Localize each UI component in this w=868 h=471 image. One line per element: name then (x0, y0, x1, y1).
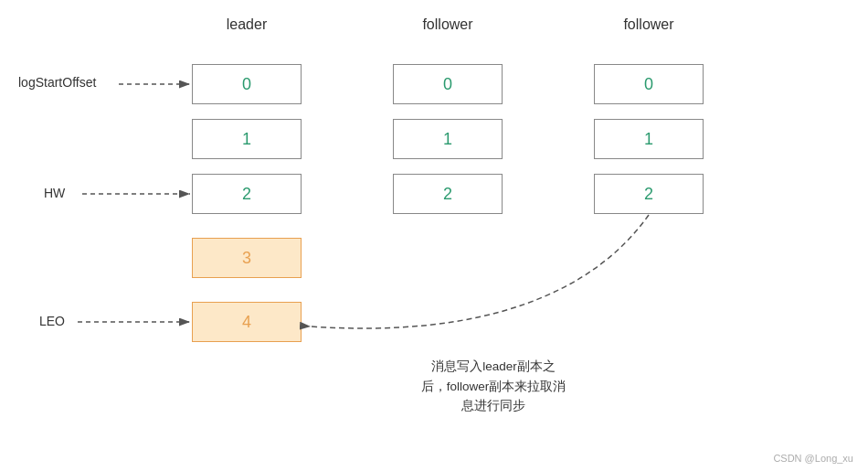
follower2-header: follower (594, 16, 704, 33)
annotation-text: 消息写入leader副本之后，follower副本来拉取消息进行同步 (402, 357, 585, 416)
follower1-header: follower (393, 16, 503, 33)
leader-row-3: 3 (192, 238, 302, 278)
leader-row-1: 1 (192, 119, 302, 159)
hw-label: HW (44, 186, 65, 200)
follower2-row-2: 2 (594, 174, 704, 214)
diagram-container: leader follower follower 0 0 0 1 1 1 2 2… (0, 0, 868, 471)
csdn-label: CSDN @Long_xu (773, 453, 853, 464)
leader-header: leader (192, 16, 302, 33)
follower-pull-arrow (311, 215, 649, 328)
follower2-row-1: 1 (594, 119, 704, 159)
logstartoffset-label: logStartOffset (18, 75, 96, 90)
leader-row-2: 2 (192, 174, 302, 214)
follower2-row-0: 0 (594, 64, 704, 104)
follower1-row-2: 2 (393, 174, 503, 214)
leo-label: LEO (39, 314, 65, 328)
leader-row-4: 4 (192, 302, 302, 342)
leader-row-0: 0 (192, 64, 302, 104)
follower1-row-0: 0 (393, 64, 503, 104)
follower1-row-1: 1 (393, 119, 503, 159)
